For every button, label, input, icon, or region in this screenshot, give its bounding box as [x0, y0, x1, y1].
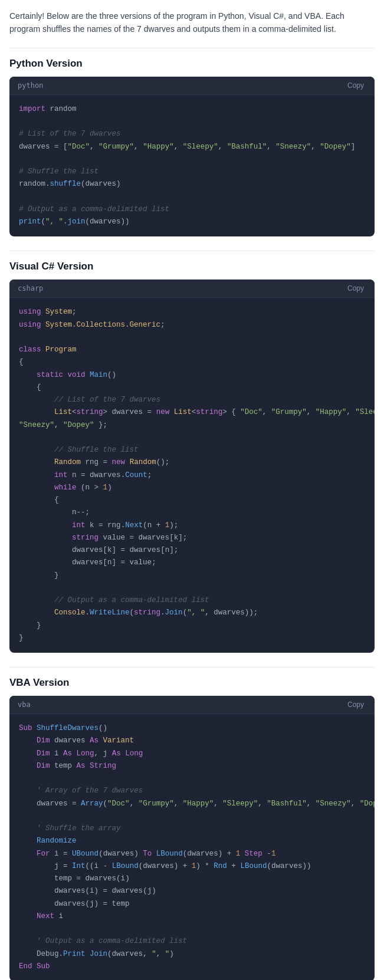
python-code-body: import random # List of the 7 dwarves dw… — [9, 95, 375, 237]
vba-copy-button[interactable]: Copy — [345, 699, 366, 710]
vba-section-title: VBA Version — [9, 677, 375, 689]
csharp-copy-button[interactable]: Copy — [345, 283, 366, 294]
csharp-code-header: csharp Copy — [9, 279, 375, 298]
python-section-title: Python Version — [9, 58, 375, 70]
intro-text: Certainly! Below are the three versions … — [9, 9, 375, 36]
python-lang-label: python — [18, 81, 43, 90]
python-code-header: python Copy — [9, 77, 375, 95]
divider-3 — [9, 667, 375, 667]
divider-2 — [9, 251, 375, 251]
csharp-section-title: Visual C# Version — [9, 261, 375, 272]
python-code-block: python Copy import random # List of the … — [9, 77, 375, 237]
csharp-code-block: csharp Copy using System; using System.C… — [9, 279, 375, 653]
vba-lang-label: vba — [18, 701, 31, 709]
vba-code-body: Sub ShuffleDwarves() Dim dwarves As Vari… — [9, 714, 375, 980]
vba-code-header: vba Copy — [9, 696, 375, 714]
python-copy-button[interactable]: Copy — [345, 80, 366, 91]
vba-code-block: vba Copy Sub ShuffleDwarves() Dim dwarve… — [9, 696, 375, 980]
csharp-code-body: using System; using System.Collections.G… — [9, 298, 375, 653]
divider-1 — [9, 48, 375, 48]
csharp-lang-label: csharp — [18, 284, 43, 292]
